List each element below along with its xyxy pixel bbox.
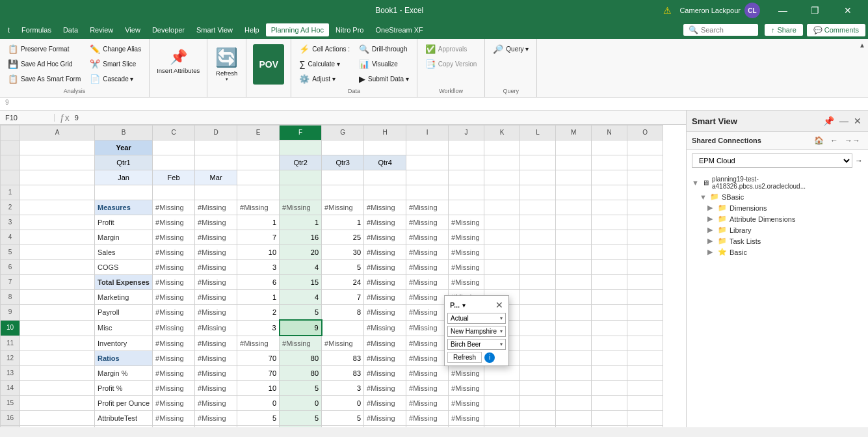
- r9d[interactable]: #Missing: [195, 305, 237, 321]
- r2l[interactable]: [520, 200, 556, 215]
- r9h[interactable]: #Missing: [364, 305, 406, 321]
- r2d[interactable]: #Missing: [195, 200, 237, 215]
- r3l[interactable]: [520, 215, 556, 230]
- r12n[interactable]: [592, 351, 627, 366]
- r7e[interactable]: 6: [237, 275, 280, 290]
- r15e[interactable]: 0: [237, 396, 280, 411]
- r7o[interactable]: [627, 275, 663, 290]
- r11e[interactable]: #Missing: [237, 336, 280, 351]
- r6d[interactable]: #Missing: [195, 260, 237, 275]
- adjust-button[interactable]: ⚙️ Adjust ▾: [295, 72, 354, 86]
- r10n[interactable]: [592, 320, 627, 336]
- r8o[interactable]: [627, 290, 663, 305]
- r11f[interactable]: #Missing: [280, 336, 322, 351]
- r11n[interactable]: [592, 336, 627, 351]
- r7k[interactable]: [484, 275, 520, 290]
- grid-container[interactable]: A B C D E F G H I J K L M N O: [0, 125, 686, 427]
- minimize-button[interactable]: —: [768, 0, 798, 21]
- r4h[interactable]: #Missing: [364, 230, 406, 245]
- r1c[interactable]: [153, 185, 195, 200]
- tree-item-task-lists[interactable]: ▶ 📁 Task Lists: [687, 235, 868, 246]
- col-h[interactable]: H: [364, 126, 406, 140]
- r7g[interactable]: 24: [322, 275, 364, 290]
- ratios-label[interactable]: Ratios: [95, 351, 153, 366]
- r9c[interactable]: #Missing: [153, 305, 195, 321]
- r6f[interactable]: 4: [280, 260, 322, 275]
- cell-reference[interactable]: F10: [3, 114, 55, 122]
- r4i[interactable]: #Missing: [406, 230, 449, 245]
- pov-button[interactable]: POV: [253, 44, 284, 85]
- r2e[interactable]: #Missing: [237, 200, 280, 215]
- tree-item-server[interactable]: ▼ 🖥 planning19-test-a418326.pbcs.us2.ora…: [687, 174, 868, 191]
- profit-per-ounce-label[interactable]: Profit per Ounce: [95, 396, 153, 411]
- r17a[interactable]: [20, 426, 95, 428]
- r4m[interactable]: [556, 230, 592, 245]
- r14l[interactable]: [520, 381, 556, 396]
- r15m[interactable]: [556, 396, 592, 411]
- col-n[interactable]: N: [592, 126, 627, 140]
- cell-actions-button[interactable]: ⚡ Cell Actions :: [295, 42, 354, 56]
- r14g[interactable]: 3: [322, 381, 364, 396]
- r11o[interactable]: [627, 336, 663, 351]
- r11c[interactable]: #Missing: [153, 336, 195, 351]
- r13h[interactable]: #Missing: [364, 366, 406, 381]
- r4e[interactable]: 7: [237, 230, 280, 245]
- r6g[interactable]: 5: [322, 260, 364, 275]
- r6e[interactable]: 3: [237, 260, 280, 275]
- r15d[interactable]: #Missing: [195, 396, 237, 411]
- r4k[interactable]: [484, 230, 520, 245]
- sv-back-button[interactable]: ←: [828, 135, 841, 146]
- menu-item-developer[interactable]: Developer: [147, 23, 190, 36]
- r17h[interactable]: [364, 426, 406, 428]
- r16m[interactable]: [556, 411, 592, 426]
- r3h[interactable]: #Missing: [364, 215, 406, 230]
- search-bar[interactable]: 🔍: [683, 24, 758, 36]
- r8g[interactable]: 7: [322, 290, 364, 305]
- r9n[interactable]: [592, 305, 627, 321]
- menu-item-view[interactable]: View: [120, 23, 146, 36]
- col-a[interactable]: A: [20, 126, 95, 140]
- r1b[interactable]: [95, 185, 153, 200]
- r5c[interactable]: #Missing: [153, 245, 195, 260]
- r5d[interactable]: #Missing: [195, 245, 237, 260]
- r2j[interactable]: [449, 200, 484, 215]
- r17i[interactable]: [406, 426, 449, 428]
- r7m[interactable]: [556, 275, 592, 290]
- tree-item-dimensions[interactable]: ▶ 📁 Dimensions: [687, 202, 868, 213]
- visualize-button[interactable]: 📊 Visualize: [355, 57, 413, 71]
- r2m[interactable]: [556, 200, 592, 215]
- r16e[interactable]: 5: [237, 411, 280, 426]
- pov-info-button[interactable]: i: [484, 352, 495, 363]
- col-c[interactable]: C: [153, 126, 195, 140]
- r14i[interactable]: #Missing: [406, 381, 449, 396]
- menu-item-data[interactable]: Data: [58, 23, 83, 36]
- r8n[interactable]: [592, 290, 627, 305]
- r16i[interactable]: #Missing: [406, 411, 449, 426]
- r5n[interactable]: [592, 245, 627, 260]
- r15f[interactable]: 0: [280, 396, 322, 411]
- r15j[interactable]: #Missing: [449, 396, 484, 411]
- r1f[interactable]: [280, 185, 322, 200]
- r5j[interactable]: #Missing: [449, 245, 484, 260]
- menu-item-file[interactable]: t: [3, 23, 15, 36]
- sv-pin-button[interactable]: 📌: [822, 114, 835, 127]
- maximize-button[interactable]: ❐: [800, 0, 830, 21]
- r1n[interactable]: [592, 185, 627, 200]
- r4c[interactable]: #Missing: [153, 230, 195, 245]
- menu-item-review[interactable]: Review: [85, 23, 118, 36]
- r3k[interactable]: [484, 215, 520, 230]
- r5g[interactable]: 30: [322, 245, 364, 260]
- r3a[interactable]: [20, 215, 95, 230]
- r6h[interactable]: #Missing: [364, 260, 406, 275]
- r10a[interactable]: [20, 320, 95, 336]
- r7i[interactable]: #Missing: [406, 275, 449, 290]
- r13d[interactable]: #Missing: [195, 366, 237, 381]
- r16a[interactable]: [20, 411, 95, 426]
- r13g[interactable]: 83: [322, 366, 364, 381]
- r7n[interactable]: [592, 275, 627, 290]
- pov-product-select[interactable]: Birch Beer ▾: [447, 339, 506, 350]
- profit-pct-label[interactable]: Profit %: [95, 381, 153, 396]
- r6a[interactable]: [20, 260, 95, 275]
- preserve-format-button[interactable]: 📋 Preserve Format: [4, 42, 85, 56]
- r3d[interactable]: #Missing: [195, 215, 237, 230]
